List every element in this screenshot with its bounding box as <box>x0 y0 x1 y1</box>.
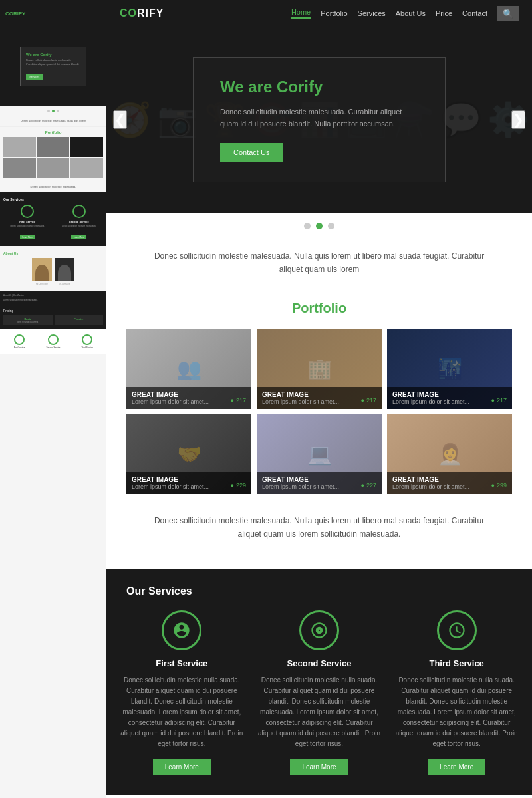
strip-portfolio: Portfolio <box>0 127 106 182</box>
portfolio-item-2-count: ●217 <box>361 397 376 404</box>
portfolio-item-4-count: ●229 <box>231 482 246 489</box>
service-1-name: First Service <box>120 658 244 668</box>
service-2-name: Second Service <box>257 658 382 668</box>
service-3-icon <box>437 610 477 650</box>
portfolio-item-3[interactable]: 🌃 GREAT IMAGE Lorem ipsum dolor sit amet… <box>387 329 512 409</box>
services-grid: First Service Donec sollicitudin molesti… <box>120 610 519 775</box>
hero-title: We are Corify <box>220 78 418 96</box>
strip-footer: About Us | Our Mission Donec sollicitudi… <box>0 291 106 305</box>
portfolio-item-3-title: GREAT IMAGE <box>392 391 507 398</box>
portfolio-item-5-sub: Lorem ipsum dolor sit amet... <box>262 483 376 490</box>
service-3-btn[interactable]: Learn More <box>428 759 485 775</box>
portfolio-item-4[interactable]: 🤝 GREAT IMAGE Lorem ipsum dolor sit amet… <box>126 414 251 494</box>
strip-portfolio-outro: Donec sollicitudin molestie malesuada. <box>0 182 106 192</box>
portfolio-item-2-sub: Lorem ipsum dolor sit amet... <box>262 398 376 405</box>
service-1-btn[interactable]: Learn More <box>153 759 211 775</box>
portfolio-item-3-sub: Lorem ipsum dolor sit amet... <box>392 398 507 405</box>
service-2-btn[interactable]: Learn More <box>290 759 348 775</box>
intro-text: Donec sollicitudin molestie malesuada. N… <box>106 239 532 287</box>
service-card-3: Third Service Donec sollicitudin molesti… <box>394 610 519 775</box>
portfolio-item-6-title: GREAT IMAGE <box>392 476 507 483</box>
hero-text: Donec sollicitudin molestie malesuada. C… <box>220 106 418 130</box>
portfolio-item-6[interactable]: 👩‍💼 GREAT IMAGE Lorem ipsum dolor sit am… <box>387 414 512 494</box>
portfolio-item-4-title: GREAT IMAGE <box>132 476 246 483</box>
portfolio-item-5-count: ●227 <box>361 482 376 489</box>
portfolio-grid: 👥 GREAT IMAGE Lorem ipsum dolor sit amet… <box>126 329 512 494</box>
portfolio-title: Portfolio <box>126 301 512 316</box>
main-content: CORIFY Home Portfolio Services About Us … <box>106 0 532 798</box>
thumbnail-strip: CORIFY We are Corify Donec sollicitudin … <box>0 0 106 798</box>
service-1-icon <box>162 610 201 650</box>
dot-3[interactable] <box>328 223 334 229</box>
hero-cta-button[interactable]: Contact Us <box>220 143 283 162</box>
service-1-desc: Donec sollicitudin molestie nulla suada.… <box>120 675 244 749</box>
strip-hero: We are Corify Donec sollicitudin molesti… <box>0 27 106 106</box>
service-3-name: Third Service <box>394 658 519 668</box>
portfolio-item-4-sub: Lorem ipsum dolor sit amet... <box>132 483 246 490</box>
strip-dots <box>0 106 106 116</box>
service-card-1: First Service Donec sollicitudin molesti… <box>120 610 244 775</box>
portfolio-item-2-title: GREAT IMAGE <box>262 391 376 398</box>
portfolio-item-2[interactable]: 🏢 GREAT IMAGE Lorem ipsum dolor sit amet… <box>257 329 382 409</box>
strip-about: About Us Mr. John Doe Jr. Jane Doe <box>0 246 106 291</box>
hero-prev-button[interactable]: ❮ <box>113 110 127 129</box>
portfolio-item-3-count: ●217 <box>491 397 507 404</box>
services-title: Our Services <box>120 585 519 597</box>
hero-section: 🧭📷🏆 🎯📊📺 ⚗️💬⚙️ ❮ We are Corify Donec soll… <box>106 27 532 213</box>
service-card-2: Second Service Donec sollicitudin molest… <box>257 610 382 775</box>
hero-card: We are Corify Donec sollicitudin molesti… <box>193 57 446 182</box>
hero-dots <box>106 213 532 239</box>
services-white-section: First Service Second Service <box>106 795 532 798</box>
nav-price[interactable]: Price <box>436 9 452 17</box>
portfolio-item-1-title: GREAT IMAGE <box>132 391 246 398</box>
site-logo: CORIFY <box>120 7 164 19</box>
nav-portfolio[interactable]: Portfolio <box>321 9 347 17</box>
portfolio-item-5[interactable]: 💻 GREAT IMAGE Lorem ipsum dolor sit amet… <box>257 414 382 494</box>
portfolio-item-5-title: GREAT IMAGE <box>262 476 376 483</box>
dot-1[interactable] <box>304 223 311 229</box>
search-icon[interactable]: 🔍 <box>497 6 519 21</box>
strip-services-dark: Our Services First Service Donec sollici… <box>0 192 106 246</box>
strip-logo: CORIFY <box>5 11 25 17</box>
nav-services[interactable]: Services <box>358 9 386 17</box>
main-nav: Home Portfolio Services About Us Price C… <box>291 6 519 21</box>
nav-contact[interactable]: Contact <box>462 9 487 17</box>
portfolio-item-1-sub: Lorem ipsum dolor sit amet... <box>132 398 246 405</box>
portfolio-item-6-sub: Lorem ipsum dolor sit amet... <box>392 483 507 490</box>
strip-header: CORIFY <box>0 0 106 27</box>
dot-2[interactable] <box>316 223 323 229</box>
service-2-desc: Donec sollicitudin molestie nulla suada.… <box>257 675 382 749</box>
service-3-desc: Donec sollicitudin molestie nulla suada.… <box>394 675 519 749</box>
hero-next-button[interactable]: ❯ <box>511 110 525 129</box>
strip-intro: Donec sollicitudin molestie malesuada. N… <box>0 116 106 127</box>
portfolio-outro: Donec sollicitudin molestie malesuada. N… <box>126 507 512 555</box>
nav-home[interactable]: Home <box>291 8 311 19</box>
site-header: CORIFY Home Portfolio Services About Us … <box>106 0 532 27</box>
portfolio-section: Portfolio 👥 GREAT IMAGE Lorem ipsum dolo… <box>106 287 532 569</box>
portfolio-item-6-count: ●299 <box>491 482 507 489</box>
nav-about[interactable]: About Us <box>396 9 426 17</box>
strip-services-white: First Service Second Service Third Servi… <box>0 329 106 354</box>
portfolio-item-1[interactable]: 👥 GREAT IMAGE Lorem ipsum dolor sit amet… <box>126 329 251 409</box>
strip-pricing: Pricing Basic Best for small business Pr… <box>0 305 106 329</box>
portfolio-item-1-count: ●217 <box>231 397 246 404</box>
services-section: Our Services First Service Donec sollici… <box>106 569 532 795</box>
service-2-icon <box>299 610 339 650</box>
